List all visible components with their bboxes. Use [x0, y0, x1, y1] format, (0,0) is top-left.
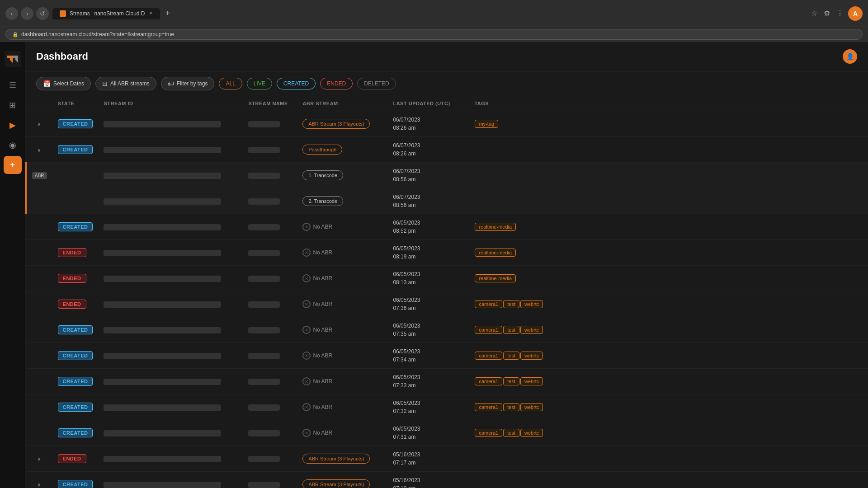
tab-close-button[interactable]: ✕ — [149, 10, 153, 16]
user-profile-button[interactable]: 👤 — [843, 49, 857, 64]
tag-chip: my-tag — [475, 120, 498, 128]
collapse-icon[interactable]: ∧ — [35, 454, 43, 464]
stream-name-cell — [243, 240, 297, 266]
user-avatar[interactable]: A — [848, 6, 863, 21]
state-badge: CREATED — [58, 403, 93, 412]
transcode-badge: 2. Transcode — [302, 196, 343, 206]
stream-id-cell — [98, 317, 243, 343]
extensions-button[interactable]: ⚙ — [822, 7, 832, 19]
abr-label: ABR — [32, 172, 47, 179]
stream-id-cell — [98, 446, 243, 472]
tag-chip: webrtc — [520, 352, 543, 360]
state-filter-ended[interactable]: ENDED — [320, 78, 353, 89]
expand-cell — [26, 214, 52, 240]
abr-stream-badge[interactable]: ABR Stream (3 Playouts) — [302, 454, 370, 464]
abr-stream-badge[interactable]: ABR Stream (3 Playouts) — [302, 119, 370, 129]
no-abr-badge: ✕No ABR — [302, 403, 332, 411]
profile-icon: 👤 — [846, 53, 854, 60]
tag-icon: 🏷 — [168, 80, 174, 87]
stream-id-cell — [98, 137, 243, 163]
tag-chip: camera1 — [475, 377, 502, 385]
expand-icon[interactable]: ∨ — [35, 145, 43, 155]
abr-stream-cell: ✕No ABR — [297, 317, 387, 343]
reload-button[interactable]: ↺ — [36, 7, 49, 20]
stream-id-cell — [98, 420, 243, 446]
tags-cell: realtime-media — [469, 240, 868, 266]
expand-cell — [26, 343, 52, 369]
state-filter-created[interactable]: CREATED — [277, 78, 316, 89]
timestamp: 05/16/202307:10 am — [393, 476, 463, 488]
stream-id-cell — [98, 163, 243, 188]
select-dates-button[interactable]: 📅 Select Dates — [36, 77, 91, 90]
back-button[interactable]: ‹ — [5, 7, 18, 20]
col-state: STATE — [52, 96, 99, 111]
tag-chip: camera1 — [475, 429, 502, 437]
state-cell: CREATED — [52, 317, 99, 343]
address-bar[interactable]: 🔒 dashboard.nanostream.cloud/stream?stat… — [5, 29, 863, 40]
collapse-icon[interactable]: ∧ — [35, 119, 43, 129]
sidebar-item-streams[interactable]: ▶ — [4, 116, 22, 134]
page-title: Dashboard — [36, 51, 88, 62]
state-badge: ENDED — [58, 248, 86, 257]
menu-button[interactable]: ⋮ — [835, 7, 845, 19]
collapse-icon[interactable]: ∧ — [35, 480, 43, 488]
table-row: 2. Transcode06/07/202308:56 am — [26, 188, 868, 214]
table-row: CREATED✕No ABR06/05/202308:52 pmrealtime… — [26, 214, 868, 240]
stream-id-cell — [98, 111, 243, 137]
add-icon: + — [10, 160, 15, 170]
no-abr-badge: ✕No ABR — [302, 274, 332, 282]
sidebar-item-analytics[interactable]: ◉ — [4, 136, 22, 154]
tags-cell — [469, 446, 868, 472]
active-tab[interactable]: Streams | nanoStream Cloud D ✕ — [52, 8, 160, 19]
all-abr-streams-button[interactable]: ⊟ All ABR streams — [95, 77, 156, 90]
table-row: CREATED✕No ABR06/05/202307:33 amcamera1t… — [26, 369, 868, 394]
calendar-icon: 📅 — [43, 80, 51, 87]
forward-button[interactable]: › — [21, 7, 33, 20]
abr-stream-cell: 2. Transcode — [297, 188, 387, 214]
last-updated-cell: 06/05/202307:36 am — [387, 291, 469, 317]
sidebar-item-add[interactable]: + — [4, 156, 22, 174]
tag-chip: test — [503, 300, 519, 308]
app-container: ☰ ⊞ ▶ ◉ + Dashboard 👤 — [0, 42, 868, 488]
filters-bar: 📅 Select Dates ⊟ All ABR streams 🏷 Filte… — [25, 71, 868, 96]
sidebar-logo — [1, 47, 24, 71]
table-row: CREATED✕No ABR06/05/202307:32 amcamera1t… — [26, 394, 868, 420]
no-abr-badge: ✕No ABR — [302, 326, 332, 334]
state-cell: ENDED — [52, 266, 99, 291]
timestamp: 06/05/202307:36 am — [393, 296, 463, 312]
state-filter-deleted[interactable]: DELETED — [357, 78, 396, 89]
state-cell: ENDED — [52, 291, 99, 317]
no-abr-label: No ABR — [313, 301, 332, 307]
expand-cell — [26, 188, 52, 214]
col-tags: TAGS — [469, 96, 868, 111]
stream-id-cell — [98, 291, 243, 317]
table-row: CREATED✕No ABR06/05/202307:31 amcamera1t… — [26, 420, 868, 446]
abr-stream-cell: ✕No ABR — [297, 214, 387, 240]
state-badge: CREATED — [58, 119, 93, 128]
stream-id-cell — [98, 343, 243, 369]
last-updated-cell: 06/05/202307:31 am — [387, 420, 469, 446]
state-cell: ENDED — [52, 446, 99, 472]
last-updated-cell: 06/05/202307:35 am — [387, 317, 469, 343]
tag-chip: realtime-media — [475, 249, 516, 257]
last-updated-cell: 06/07/202308:26 am — [387, 111, 469, 137]
select-dates-label: Select Dates — [53, 80, 84, 87]
abr-stream-cell: ✕No ABR — [297, 369, 387, 394]
state-filter-live[interactable]: LIVE — [247, 78, 272, 89]
new-tab-button[interactable]: + — [162, 7, 174, 20]
last-updated-cell: 05/16/202307:17 am — [387, 446, 469, 472]
abr-stream-badge[interactable]: ABR Stream (3 Playouts) — [302, 479, 370, 488]
no-abr-label: No ABR — [313, 378, 332, 385]
filter-by-tags-button[interactable]: 🏷 Filter by tags — [161, 77, 215, 90]
state-filter-all[interactable]: ALL — [219, 78, 242, 89]
state-cell: CREATED — [52, 137, 99, 163]
tag-chip: webrtc — [520, 403, 543, 411]
stream-name-cell — [243, 472, 297, 488]
bookmark-button[interactable]: ☆ — [809, 7, 819, 19]
sidebar-item-dashboard[interactable]: ⊞ — [4, 96, 22, 114]
tag-chip: test — [503, 352, 519, 360]
no-abr-label: No ABR — [313, 430, 332, 436]
state-badge: ENDED — [58, 300, 86, 309]
sidebar-item-menu[interactable]: ☰ — [4, 76, 22, 94]
timestamp: 06/05/202307:32 am — [393, 399, 463, 415]
